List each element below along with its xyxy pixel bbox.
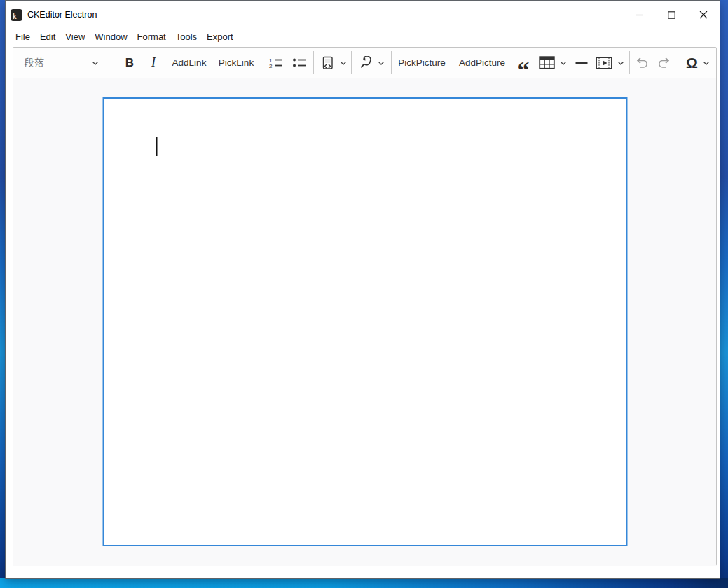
desktop-wallpaper-strip	[0, 578, 728, 588]
pick-picture-button[interactable]: PickPicture	[394, 51, 450, 75]
horizontal-line-button[interactable]	[572, 51, 591, 75]
insert-table-dropdown[interactable]	[535, 51, 570, 75]
numbered-list-button[interactable]: 1 2	[263, 51, 287, 75]
toolbar-separator	[313, 51, 314, 74]
chevron-down-icon	[617, 60, 624, 66]
chevron-down-icon	[92, 60, 99, 66]
desktop-background: k CKEditor Electron File Edit View Windo…	[0, 0, 728, 588]
undo-icon	[634, 57, 650, 69]
heading-dropdown-value: 段落	[25, 57, 44, 69]
toolbar-separator	[391, 51, 392, 74]
block-quote-button[interactable]: “	[514, 51, 533, 75]
window-title: CKEditor Electron	[27, 10, 623, 20]
chevron-down-icon	[378, 60, 385, 66]
find-replace-dropdown[interactable]	[353, 51, 390, 75]
editable-area[interactable]	[102, 97, 627, 546]
special-characters-icon: Ω	[686, 55, 698, 71]
toolbar-separator	[261, 51, 261, 74]
menu-tools[interactable]: Tools	[171, 29, 202, 46]
title-bar[interactable]: k CKEditor Electron	[6, 1, 720, 29]
menu-edit[interactable]: Edit	[35, 29, 60, 46]
pick-link-button[interactable]: PickLink	[214, 51, 259, 75]
window-controls	[623, 1, 720, 29]
menu-view[interactable]: View	[60, 29, 90, 46]
toolbar-separator	[114, 51, 114, 74]
chevron-down-icon	[340, 60, 347, 66]
close-icon	[699, 11, 708, 19]
app-icon-glyph: k	[13, 13, 17, 20]
toolbar-separator	[351, 51, 352, 74]
bold-button[interactable]: B	[118, 51, 141, 75]
add-link-button[interactable]: AddLink	[166, 51, 212, 75]
numbered-list-icon: 1 2	[268, 57, 283, 69]
bulleted-list-icon	[292, 57, 307, 69]
maximize-icon	[668, 11, 675, 19]
chevron-down-icon	[703, 60, 710, 66]
redo-button[interactable]	[654, 51, 675, 75]
insert-media-icon	[596, 57, 612, 69]
minimize-button[interactable]	[623, 1, 655, 29]
insert-media-dropdown[interactable]	[593, 51, 626, 75]
editor-background	[13, 78, 716, 566]
menu-export[interactable]: Export	[202, 29, 238, 46]
add-picture-button[interactable]: AddPicture	[453, 51, 511, 75]
chevron-down-icon	[560, 60, 567, 66]
menu-bar: File Edit View Window Format Tools Expor…	[6, 29, 720, 46]
minimize-icon	[636, 11, 643, 19]
special-characters-dropdown[interactable]: Ω	[680, 51, 715, 75]
undo-button[interactable]	[631, 51, 652, 75]
horizontal-line-icon	[575, 62, 588, 64]
svg-text:2: 2	[269, 63, 273, 69]
bulleted-list-button[interactable]	[287, 51, 311, 75]
editor-toolbar: 段落 B I AddLink PickLink 1 2	[13, 48, 716, 78]
code-block-icon	[321, 56, 335, 70]
close-button[interactable]	[687, 1, 720, 29]
maximize-button[interactable]	[655, 1, 687, 29]
app-window: k CKEditor Electron File Edit View Windo…	[5, 0, 720, 579]
bold-icon: B	[125, 56, 134, 70]
italic-button[interactable]: I	[142, 51, 165, 75]
menu-format[interactable]: Format	[132, 29, 171, 46]
editor-container: 段落 B I AddLink PickLink 1 2	[13, 47, 717, 566]
code-block-dropdown[interactable]	[317, 51, 350, 75]
redo-icon	[657, 57, 672, 69]
text-caret	[156, 137, 157, 156]
toolbar-separator	[678, 51, 678, 74]
insert-table-icon	[539, 56, 555, 69]
menu-window[interactable]: Window	[90, 29, 132, 46]
heading-dropdown[interactable]: 段落	[18, 51, 106, 75]
app-icon: k	[11, 9, 22, 21]
italic-icon: I	[151, 55, 156, 70]
menu-file[interactable]: File	[11, 29, 35, 46]
toolbar-separator	[629, 51, 630, 74]
find-replace-icon	[359, 56, 373, 69]
